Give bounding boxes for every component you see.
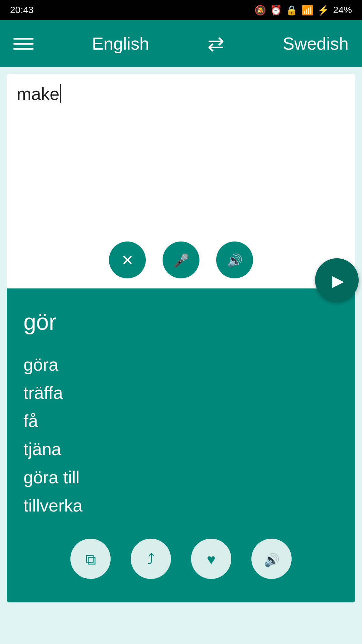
- secondary-translation-item: få: [23, 408, 339, 434]
- secondary-translation-item: tjäna: [23, 436, 339, 462]
- primary-translation: gör: [23, 309, 339, 335]
- source-language[interactable]: English: [92, 34, 149, 54]
- notification-icon: 🔕: [254, 5, 266, 16]
- status-bar: 20:43 🔕 ⏰ 🔒 📶 ⚡ 24%: [0, 0, 362, 20]
- share-button[interactable]: [131, 539, 171, 579]
- target-language[interactable]: Swedish: [283, 34, 349, 54]
- secondary-translation-item: träffa: [23, 380, 339, 406]
- lock-icon: 🔒: [286, 5, 298, 16]
- microphone-button[interactable]: [163, 241, 199, 278]
- audio-icon: [264, 550, 280, 568]
- secondary-translation-item: göra till: [23, 464, 339, 490]
- secondary-translation-item: tillverka: [23, 492, 339, 519]
- status-icons: 🔕 ⏰ 🔒 📶 ⚡ 24%: [254, 5, 352, 16]
- copy-button[interactable]: [70, 539, 111, 579]
- result-area: gör göraträffafåtjänagöra tilltillverka: [7, 288, 355, 602]
- speaker-button[interactable]: [216, 241, 253, 278]
- speaker-icon: [227, 252, 243, 268]
- heart-icon: [207, 550, 216, 568]
- header: English ⇄ Swedish: [0, 20, 362, 67]
- favorite-button[interactable]: [191, 539, 231, 579]
- result-action-buttons: [23, 539, 339, 589]
- battery-level: 24%: [333, 5, 352, 15]
- send-icon: [330, 270, 344, 290]
- clear-button[interactable]: [109, 241, 146, 278]
- text-cursor: [60, 84, 61, 103]
- secondary-translation-item: göra: [23, 352, 339, 378]
- audio-button[interactable]: [251, 539, 292, 579]
- input-action-buttons: [109, 241, 253, 278]
- translate-button[interactable]: [315, 258, 359, 302]
- input-text-display: make: [17, 84, 345, 104]
- signal-icon: 📶: [302, 5, 313, 16]
- swap-languages-button[interactable]: ⇄: [207, 32, 224, 55]
- input-area: make: [7, 74, 355, 288]
- mic-icon: [173, 252, 189, 268]
- alarm-icon: ⏰: [270, 5, 282, 16]
- bolt-icon: ⚡: [317, 5, 329, 16]
- share-icon: [147, 550, 155, 568]
- status-time: 20:43: [10, 5, 34, 15]
- secondary-translations: göraträffafåtjänagöra tilltillverka: [23, 352, 339, 519]
- clear-icon: [121, 252, 134, 269]
- copy-icon: [85, 550, 96, 568]
- menu-button[interactable]: [13, 38, 34, 50]
